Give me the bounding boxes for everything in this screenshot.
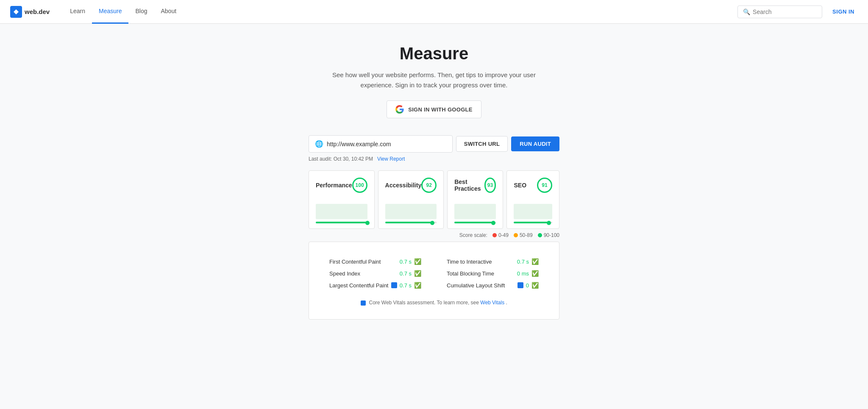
score-gauge-fill	[514, 222, 548, 223]
metric-check-icon: ✅	[531, 282, 539, 289]
scale-label-low: 0-49	[498, 232, 509, 238]
page-subtitle: See how well your website performs. Then…	[324, 70, 544, 90]
metric-name: Cumulative Layout Shift	[447, 282, 505, 289]
scale-label-high: 90-100	[544, 232, 559, 238]
run-audit-button[interactable]: RUN AUDIT	[511, 136, 559, 151]
metric-value: 0.7 s	[400, 259, 412, 265]
metric-value: 0.7 s	[400, 282, 412, 289]
score-gauge-thumb	[491, 221, 495, 225]
metric-row: Speed Index 0.7 s ✅	[329, 267, 421, 279]
metric-value-wrap: 0.7 s ✅	[400, 270, 421, 277]
last-audit-text: Last audit: Oct 30, 10:42 PM View Report	[309, 156, 559, 162]
metrics-grid: First Contentful Paint 0.7 s ✅ Speed Ind…	[329, 256, 539, 291]
scale-dot-high	[538, 233, 542, 237]
search-icon: 🔍	[743, 8, 750, 15]
metric-badge-icon	[517, 282, 523, 288]
metric-name: Total Blocking Time	[447, 270, 494, 277]
score-gauge-area	[385, 198, 437, 223]
scale-dot-low	[492, 233, 497, 237]
nav-item-measure[interactable]: Measure	[92, 0, 128, 24]
score-bar-bg	[514, 204, 552, 219]
scale-item-low: 0-49	[492, 232, 509, 238]
switch-url-button[interactable]: SWITCH URL	[456, 136, 508, 152]
score-gauge-thumb	[547, 221, 551, 225]
score-gauge-thumb	[430, 221, 434, 225]
score-gauge-area	[454, 198, 496, 223]
score-label: Performance	[316, 182, 352, 189]
scale-item-high: 90-100	[538, 232, 559, 238]
main-content: Measure See how well your website perfor…	[0, 24, 868, 340]
metric-value: 0.7 s	[400, 270, 412, 277]
core-vitals-badge-icon	[361, 300, 366, 306]
logo-text: web.dev	[25, 8, 50, 15]
metrics-right-col: Time to Interactive 0.7 s ✅ Total Blocki…	[447, 256, 539, 291]
url-input[interactable]	[327, 141, 446, 147]
nav-item-learn[interactable]: Learn	[63, 0, 92, 24]
nav-item-blog[interactable]: Blog	[128, 0, 154, 24]
score-bar-bg	[316, 204, 367, 219]
page-header: Measure See how well your website perfor…	[309, 44, 559, 118]
score-card-performance: Performance 100	[309, 170, 375, 229]
metric-value-wrap: 0.7 s ✅	[391, 282, 421, 289]
metric-value-wrap: 0 ✅	[517, 282, 539, 289]
score-card-header: Performance 100	[316, 178, 367, 193]
metric-name: Largest Contentful Paint	[329, 282, 388, 289]
scale-dot-mid	[514, 233, 518, 237]
google-logo-icon	[395, 105, 404, 114]
metric-name: First Contentful Paint	[329, 259, 381, 265]
score-label: SEO	[514, 182, 526, 189]
score-card-accessibility: Accessibility 92	[378, 170, 444, 229]
score-gauge-thumb	[365, 221, 370, 225]
score-gauge-track	[514, 222, 552, 223]
view-report-link[interactable]: View Report	[377, 156, 405, 162]
metric-check-icon: ✅	[531, 270, 539, 277]
logo-icon	[10, 6, 22, 18]
last-audit-label: Last audit: Oct 30, 10:42 PM	[309, 156, 373, 162]
google-signin-button[interactable]: SIGN IN WITH GOOGLE	[387, 100, 481, 118]
metric-row: Largest Contentful Paint 0.7 s ✅	[329, 279, 421, 291]
score-gauge-track	[454, 222, 496, 223]
core-vitals-text: Core Web Vitals assessment. To learn mor…	[369, 300, 480, 306]
metric-check-icon: ✅	[414, 270, 421, 277]
url-input-wrapper[interactable]: 🌐	[309, 135, 453, 153]
navbar-right: 🔍 SIGN IN	[737, 5, 858, 18]
metric-value-wrap: 0.7 s ✅	[517, 258, 539, 265]
search-input[interactable]	[753, 8, 817, 15]
score-gauge-fill	[316, 222, 367, 223]
logo[interactable]: web.dev	[10, 6, 50, 18]
score-card-header: Accessibility 92	[385, 178, 437, 193]
url-section: 🌐 SWITCH URL RUN AUDIT Last audit: Oct 3…	[309, 135, 559, 162]
metric-value: 0 ms	[517, 270, 529, 277]
score-card-header: SEO 91	[514, 178, 552, 193]
core-vitals-note: Core Web Vitals assessment. To learn mor…	[329, 300, 539, 306]
metric-badge-icon	[391, 282, 397, 288]
metric-value: 0.7 s	[517, 259, 529, 265]
score-gauge-area	[316, 198, 367, 223]
sign-in-button[interactable]: SIGN IN	[829, 5, 858, 18]
score-card-seo: SEO 91	[506, 170, 559, 229]
score-card-best-practices: Best Practices 93	[447, 170, 503, 229]
score-circle: 100	[352, 178, 367, 193]
scale-label-mid: 50-89	[520, 232, 533, 238]
page-title: Measure	[309, 44, 559, 63]
score-label: Accessibility	[385, 182, 422, 189]
metric-row: Time to Interactive 0.7 s ✅	[447, 256, 539, 267]
globe-icon: 🌐	[315, 140, 323, 148]
nav-item-about[interactable]: About	[154, 0, 184, 24]
metric-row: Cumulative Layout Shift 0 ✅	[447, 279, 539, 291]
metric-row: Total Blocking Time 0 ms ✅	[447, 267, 539, 279]
score-scale-label: Score scale:	[459, 232, 487, 238]
metric-name: Time to Interactive	[447, 259, 492, 265]
score-gauge-area	[514, 198, 552, 223]
search-box[interactable]: 🔍	[737, 6, 822, 18]
metric-check-icon: ✅	[414, 282, 421, 289]
score-bar-bg	[385, 204, 437, 219]
web-vitals-link[interactable]: Web Vitals	[480, 300, 504, 306]
score-label: Best Practices	[454, 178, 484, 192]
metrics-card: First Contentful Paint 0.7 s ✅ Speed Ind…	[309, 242, 559, 320]
url-input-row: 🌐 SWITCH URL RUN AUDIT	[309, 135, 559, 153]
nav-links: Learn Measure Blog About	[63, 0, 737, 24]
score-gauge-fill	[454, 222, 493, 223]
score-gauge-track	[385, 222, 437, 223]
metric-check-icon: ✅	[414, 258, 421, 265]
